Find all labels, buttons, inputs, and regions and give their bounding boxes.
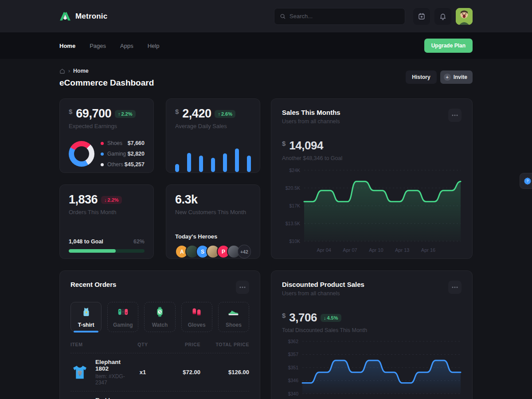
nav-item-home[interactable]: Home: [59, 40, 75, 52]
help-floating-button[interactable]: ?: [520, 173, 532, 189]
legend-name: Shoes: [107, 140, 122, 146]
gloves-icon: [191, 306, 203, 319]
invite-button[interactable]: + Invite: [440, 70, 473, 84]
tab-gloves[interactable]: Gloves: [181, 302, 212, 332]
orders-value: 1,836: [69, 193, 98, 207]
user-avatar[interactable]: [456, 8, 473, 25]
svg-text:$24K: $24K: [289, 168, 300, 173]
card-recent-orders: Recent Orders T-shirtGamingWatchGlovesSh…: [59, 270, 260, 399]
page-title: eCommerce Dashboard: [59, 78, 154, 88]
product-image[interactable]: [70, 363, 89, 382]
upgrade-plan-button[interactable]: Upgrade Plan: [424, 39, 473, 53]
svg-text:Apr 07: Apr 07: [343, 247, 357, 253]
price-cell: $72.00: [158, 369, 200, 376]
avatar-photo: [456, 8, 473, 25]
breadcrumb: › Home: [59, 68, 154, 74]
product-name[interactable]: Red Laga: [95, 397, 127, 399]
help-badge-icon: ?: [524, 177, 532, 185]
goal-label: 1,048 to Goal: [69, 239, 103, 245]
svg-text:$351: $351: [288, 365, 299, 370]
nav-item-apps[interactable]: Apps: [120, 40, 133, 52]
product-code: Item: #XDG-2347: [95, 373, 127, 386]
arrow-down-icon: ↓: [104, 197, 107, 203]
orders-table-body: Elephant 1802Item: #XDG-2347x1$72.00$126…: [70, 353, 249, 399]
svg-text:$13.5K: $13.5K: [286, 221, 300, 226]
expected-earnings-value: 69,700: [76, 107, 111, 121]
earnings-donut-chart: [69, 141, 94, 167]
gaming-icon: [117, 306, 129, 319]
legend-item-shoes: Shoes$7,660: [101, 140, 145, 146]
discounted-menu-button[interactable]: [448, 281, 462, 294]
nav-item-help[interactable]: Help: [148, 40, 160, 52]
table-row: Red LagaItem: #XDG-1321x2$45.00$76.00: [70, 391, 249, 399]
card-orders-this-month: 1,836 ↓2.2% Orders This Month 1,048 to G…: [59, 184, 154, 259]
breadcrumb-home[interactable]: Home: [73, 68, 89, 74]
home-icon[interactable]: [59, 68, 65, 74]
svg-text:?: ?: [526, 179, 528, 183]
sales-menu-button[interactable]: [448, 109, 462, 122]
svg-text:Apr 13: Apr 13: [395, 247, 409, 253]
legend-value: $45,257: [125, 161, 145, 168]
sales-goal-text: Another $48,346 to Goal: [282, 155, 462, 161]
earnings-legend: Shoes$7,660Gaming$2,820Others$45,257: [101, 140, 145, 168]
card-sales-this-months: Sales This Months Users from all channel…: [271, 98, 473, 259]
tab-watch[interactable]: Watch: [144, 302, 175, 332]
currency-prefix: $: [282, 140, 286, 147]
nav-item-pages[interactable]: Pages: [90, 40, 106, 52]
search-input[interactable]: [289, 13, 399, 20]
legend-name: Others: [107, 161, 123, 168]
recent-orders-title: Recent Orders: [70, 281, 116, 288]
legend-name: Gaming: [107, 151, 126, 157]
tab-label: Gaming: [113, 322, 133, 328]
total-price-cell: $126.00: [200, 369, 249, 376]
svg-text:Apr 16: Apr 16: [421, 247, 435, 253]
column-header-qty: QTY: [127, 342, 158, 347]
top-header: Metronic: [0, 0, 532, 32]
brand-logo[interactable]: Metronic: [59, 11, 107, 21]
delta-badge: ↓4.5%: [321, 314, 341, 322]
legend-dot: [101, 153, 104, 156]
svg-text:Apr 10: Apr 10: [369, 247, 383, 253]
notifications-button[interactable]: [434, 8, 451, 25]
main-nav: HomePagesAppsHelp Upgrade Plan: [0, 32, 532, 59]
heroes-title: Today's Heroes: [175, 233, 251, 240]
svg-text:$346: $346: [288, 378, 299, 383]
shoes-icon: [227, 306, 239, 319]
product-name[interactable]: Elephant 1802: [95, 359, 127, 372]
new-customers-value: 6.3k: [175, 193, 198, 207]
column-header-price: PRICE: [158, 342, 200, 347]
expected-earnings-label: Expected Earnings: [69, 123, 145, 129]
search-icon: [280, 13, 286, 20]
orders-table-header: ITEMQTYPRICETOTAL PRICE: [70, 342, 249, 353]
tab-gaming[interactable]: Gaming: [107, 302, 138, 332]
bar: [235, 149, 239, 172]
nav-items: HomePagesAppsHelp: [59, 40, 424, 52]
table-row: Elephant 1802Item: #XDG-2347x1$72.00$126…: [70, 353, 249, 391]
bar: [175, 164, 179, 172]
tab-t-shirt[interactable]: T-shirt: [70, 302, 102, 332]
svg-text:$17K: $17K: [289, 203, 300, 208]
svg-text:Apr 04: Apr 04: [317, 247, 331, 253]
calendar-add-button[interactable]: [413, 8, 430, 25]
metronic-logo-icon: [59, 11, 71, 21]
bar: [247, 156, 251, 172]
heroes-avatar-group: ASP+42: [175, 245, 251, 258]
svg-text:$357: $357: [288, 352, 299, 357]
watch-icon: [154, 306, 166, 319]
product-cell: Elephant 1802Item: #XDG-2347: [70, 359, 127, 386]
delta-badge: ↑2.2%: [115, 110, 136, 118]
history-button[interactable]: History: [406, 70, 436, 84]
tshirt-icon: [80, 306, 92, 319]
search-input-wrap[interactable]: [274, 8, 405, 25]
goal-progress-bar: [69, 249, 145, 253]
hero-avatar-more[interactable]: +42: [238, 245, 251, 258]
recent-orders-menu-button[interactable]: [236, 281, 249, 294]
tab-shoes[interactable]: Shoes: [218, 302, 249, 332]
ellipsis-icon: [452, 286, 458, 288]
product-info: Elephant 1802Item: #XDG-2347: [95, 359, 127, 386]
sales-value: 14,094: [289, 139, 323, 153]
arrow-up-icon: ↑: [218, 111, 220, 117]
tab-label: Gloves: [188, 322, 206, 328]
arrow-up-icon: ↑: [118, 111, 121, 117]
sales-card-title: Sales This Months: [282, 109, 340, 116]
